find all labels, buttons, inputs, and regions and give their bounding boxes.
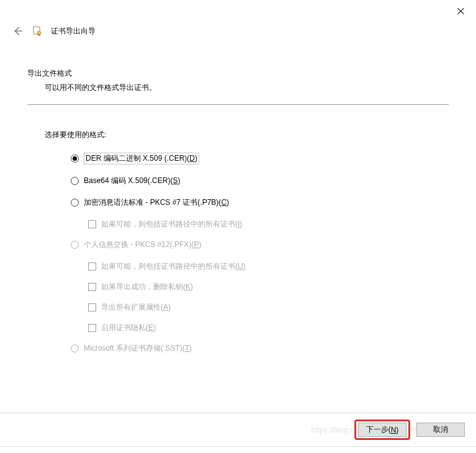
radio-icon	[71, 241, 79, 249]
checkbox-label: 导出所有扩展属性(A)	[101, 302, 171, 313]
next-button[interactable]: 下一步(N)	[358, 423, 406, 437]
radio-sst-label: Microsoft 系列证书存储(.SST)(T)	[84, 343, 192, 354]
checkbox-label: 如果可能，则包括证书路径中的所有证书(I)	[101, 219, 242, 230]
radio-icon	[71, 177, 79, 185]
close-icon[interactable]	[457, 7, 465, 15]
back-arrow-icon[interactable]	[11, 25, 24, 37]
next-button-highlight: 下一步(N)	[354, 419, 410, 440]
checkbox-label: 启用证书隐私(E)	[101, 323, 156, 333]
divider	[27, 104, 449, 105]
radio-der[interactable]: DER 编码二进制 X.509 (.CER)(D)	[71, 153, 449, 164]
certificate-icon	[32, 26, 42, 36]
format-select-label: 选择要使用的格式:	[45, 130, 449, 140]
checkbox-icon	[88, 303, 96, 312]
radio-pfx: 个人信息交换 - PKCS #12(.PFX)(P)	[71, 240, 449, 250]
checkbox-pfx-delete: 如果导出成功，删除私钥(K)	[88, 282, 449, 292]
checkbox-icon	[88, 324, 96, 332]
checkbox-icon	[88, 220, 96, 228]
checkbox-icon	[88, 262, 96, 271]
checkbox-pfx-privacy: 启用证书隐私(E)	[88, 323, 449, 333]
radio-base64[interactable]: Base64 编码 X.509(.CER)(S)	[71, 176, 449, 186]
section-desc: 可以用不同的文件格式导出证书。	[45, 83, 449, 93]
radio-der-label: DER 编码二进制 X.509 (.CER)(D)	[84, 153, 199, 164]
checkbox-pfx-include: 如果可能，则包括证书路径中的所有证书(U)	[88, 261, 449, 272]
checkbox-pfx-ext: 导出所有扩展属性(A)	[88, 302, 449, 313]
cancel-button[interactable]: 取消	[416, 423, 465, 437]
radio-pfx-label: 个人信息交换 - PKCS #12(.PFX)(P)	[84, 240, 201, 250]
radio-icon	[71, 344, 79, 352]
radio-base64-label: Base64 编码 X.509(.CER)(S)	[84, 176, 180, 186]
checkbox-label: 如果可能，则包括证书路径中的所有证书(U)	[101, 261, 246, 272]
radio-icon	[71, 155, 79, 163]
wizard-title: 证书导出向导	[51, 26, 96, 37]
checkbox-icon	[88, 283, 96, 291]
wizard-footer: 下一步(N) 取消	[0, 413, 476, 447]
radio-icon	[71, 199, 79, 207]
radio-sst: Microsoft 系列证书存储(.SST)(T)	[71, 343, 449, 354]
checkbox-pkcs7-include: 如果可能，则包括证书路径中的所有证书(I)	[88, 219, 449, 230]
section-title: 导出文件格式	[27, 68, 449, 79]
radio-pkcs7-label: 加密消息语法标准 - PKCS #7 证书(.P7B)(C)	[84, 197, 229, 208]
radio-pkcs7[interactable]: 加密消息语法标准 - PKCS #7 证书(.P7B)(C)	[71, 197, 449, 208]
wizard-header: 证书导出向导	[0, 19, 476, 43]
checkbox-label: 如果导出成功，删除私钥(K)	[101, 282, 193, 292]
